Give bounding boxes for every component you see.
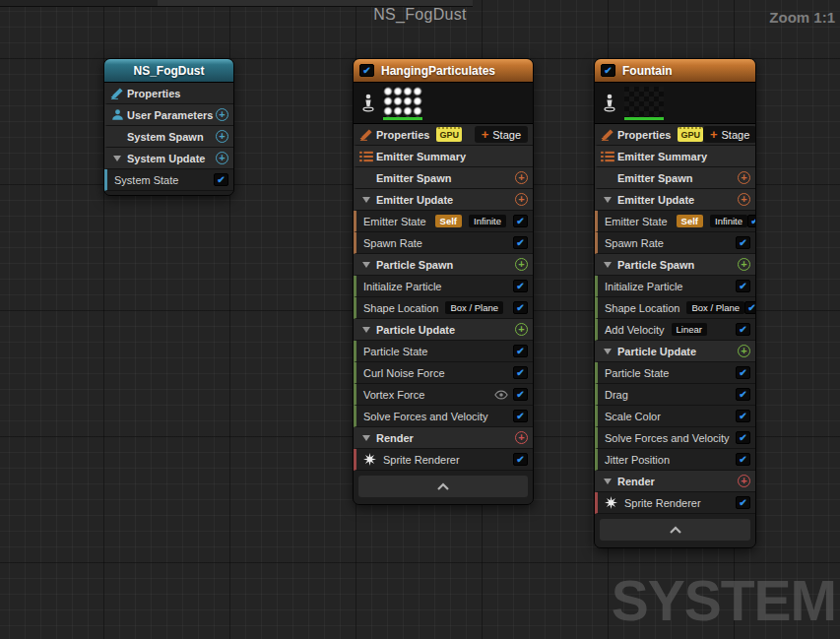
row-shape-location[interactable]: Shape LocationBox / Plane✔ (595, 297, 755, 319)
node-enabled-checkbox[interactable]: ✔ (359, 64, 374, 77)
module-enabled-checkbox[interactable]: ✔ (513, 280, 528, 292)
module-enabled-checkbox[interactable]: ✔ (736, 280, 750, 292)
node-enabled-checkbox[interactable]: ✔ (601, 64, 615, 77)
module-enabled-checkbox[interactable]: ✔ (736, 410, 750, 422)
collapse-triangle-icon[interactable] (356, 327, 376, 333)
row-emitter-spawn[interactable]: Emitter Spawn+ (595, 167, 755, 189)
row-emitter-spawn[interactable]: Emitter Spawn+ (354, 167, 533, 189)
row-particle-state[interactable]: Particle State✔ (595, 362, 755, 384)
row-system-spawn[interactable]: System Spawn+ (104, 126, 233, 148)
collapse-node-button[interactable] (600, 519, 750, 541)
module-enabled-checkbox[interactable]: ✔ (513, 388, 528, 401)
row-emitter-update[interactable]: Emitter Update+ (595, 189, 755, 211)
module-enabled-checkbox[interactable]: ✔ (214, 173, 228, 186)
node-fountain[interactable]: ✔FountainPropertiesGPU+StageEmitter Summ… (594, 58, 756, 548)
row-particle-update[interactable]: Particle Update+ (595, 341, 755, 362)
row-emitter-summary[interactable]: Emitter Summary (595, 146, 755, 167)
add-module-button[interactable]: + (738, 345, 750, 357)
module-enabled-checkbox[interactable]: ✔ (736, 388, 750, 401)
row-emitter-update[interactable]: Emitter Update+ (354, 189, 533, 211)
row-user-parameters[interactable]: User Parameters+ (104, 104, 233, 126)
collapse-triangle-icon[interactable] (598, 479, 617, 484)
add-module-button[interactable]: + (738, 475, 750, 487)
row-sprite-renderer[interactable]: Sprite Renderer✔ (354, 449, 533, 471)
row-particle-update[interactable]: Particle Update+ (354, 319, 533, 341)
module-enabled-checkbox[interactable]: ✔ (736, 366, 750, 379)
row-solve-forces-and-velocity[interactable]: Solve Forces and Velocity✔ (595, 427, 755, 449)
visibility-eye-icon[interactable] (494, 390, 508, 400)
add-module-button[interactable]: + (738, 193, 750, 206)
add-module-button[interactable]: + (515, 171, 528, 184)
row-curl-noise-force[interactable]: Curl Noise Force✔ (354, 362, 533, 384)
row-properties[interactable]: PropertiesGPU+Stage (354, 124, 533, 146)
collapse-triangle-icon[interactable] (356, 197, 376, 203)
add-module-button[interactable]: + (515, 431, 528, 444)
row-particle-state[interactable]: Particle State✔ (354, 341, 533, 362)
gpu-badge: GPU (436, 127, 462, 142)
module-enabled-checkbox[interactable]: ✔ (513, 301, 528, 314)
row-shape-location[interactable]: Shape LocationBox / Plane✔ (354, 297, 533, 319)
thumbnail-preview[interactable] (624, 87, 664, 120)
add-stage-button[interactable]: +Stage (703, 126, 756, 143)
add-module-button[interactable]: + (738, 171, 750, 184)
module-enabled-checkbox[interactable]: ✔ (747, 215, 756, 227)
row-initialize-particle[interactable]: Initialize Particle✔ (354, 276, 533, 297)
row-emitter-state[interactable]: Emitter StateSelfInfinite✔ (354, 211, 533, 232)
row-drag[interactable]: Drag✔ (595, 384, 755, 406)
collapse-triangle-icon[interactable] (356, 262, 376, 268)
row-particle-spawn[interactable]: Particle Spawn+ (595, 254, 755, 276)
module-enabled-checkbox[interactable]: ✔ (736, 453, 750, 466)
module-enabled-checkbox[interactable]: ✔ (736, 431, 750, 444)
row-emitter-state[interactable]: Emitter StateSelfInfinite✔ (595, 211, 755, 232)
module-enabled-checkbox[interactable]: ✔ (513, 215, 528, 227)
row-system-state[interactable]: System State✔ (104, 169, 233, 191)
add-stage-button[interactable]: +Stage (475, 126, 528, 143)
node-header-fountain[interactable]: ✔Fountain (595, 59, 755, 83)
collapse-triangle-icon[interactable] (356, 435, 376, 441)
collapse-triangle-icon[interactable] (598, 197, 617, 203)
module-enabled-checkbox[interactable]: ✔ (513, 345, 528, 357)
add-module-button[interactable]: + (216, 130, 228, 143)
module-enabled-checkbox[interactable]: ✔ (736, 323, 750, 336)
collapse-triangle-icon[interactable] (598, 349, 617, 354)
row-label: Properties (376, 129, 429, 141)
row-scale-color[interactable]: Scale Color✔ (595, 406, 755, 427)
row-particle-spawn[interactable]: Particle Spawn+ (354, 254, 533, 276)
row-initialize-particle[interactable]: Initialize Particle✔ (595, 276, 755, 297)
node-hanging-particulates[interactable]: ✔HangingParticulatesPropertiesGPU+StageE… (353, 58, 534, 505)
row-spawn-rate[interactable]: Spawn Rate✔ (595, 232, 755, 254)
row-properties[interactable]: PropertiesGPU+Stage (595, 124, 755, 146)
row-spawn-rate[interactable]: Spawn Rate✔ (354, 232, 533, 254)
add-module-button[interactable]: + (515, 258, 528, 271)
module-enabled-checkbox[interactable]: ✔ (736, 236, 750, 249)
row-solve-forces-and-velocity[interactable]: Solve Forces and Velocity✔ (354, 406, 533, 427)
add-module-button[interactable]: + (216, 108, 228, 121)
add-module-button[interactable]: + (515, 323, 528, 336)
row-emitter-summary[interactable]: Emitter Summary (354, 146, 533, 167)
node-header-ns-fogdust[interactable]: NS_FogDust (104, 59, 233, 83)
row-vortex-force[interactable]: Vortex Force✔ (354, 384, 533, 406)
module-enabled-checkbox[interactable]: ✔ (744, 301, 756, 314)
module-enabled-checkbox[interactable]: ✔ (513, 453, 528, 466)
row-render[interactable]: Render+ (354, 427, 533, 449)
thumbnail-preview[interactable] (383, 87, 422, 120)
graph-canvas[interactable]: NS_FogDust Zoom 1:1 SYSTEM NS_FogDustPro… (0, 0, 840, 639)
row-jitter-position[interactable]: Jitter Position✔ (595, 449, 755, 471)
collapse-triangle-icon[interactable] (598, 262, 617, 268)
add-module-button[interactable]: + (216, 152, 228, 164)
add-module-button[interactable]: + (515, 193, 528, 206)
node-ns-fogdust[interactable]: NS_FogDustPropertiesUser Parameters+Syst… (103, 58, 234, 196)
row-render[interactable]: Render+ (595, 471, 755, 492)
add-module-button[interactable]: + (738, 258, 750, 271)
row-sprite-renderer[interactable]: Sprite Renderer✔ (595, 492, 755, 514)
row-system-update[interactable]: System Update+ (104, 148, 233, 169)
collapse-node-button[interactable] (358, 476, 528, 497)
module-enabled-checkbox[interactable]: ✔ (513, 366, 528, 379)
module-enabled-checkbox[interactable]: ✔ (513, 410, 528, 422)
collapse-triangle-icon[interactable] (107, 156, 127, 161)
node-header-hanging-particulates[interactable]: ✔HangingParticulates (354, 59, 533, 83)
row-properties[interactable]: Properties (104, 83, 233, 104)
module-enabled-checkbox[interactable]: ✔ (736, 496, 750, 509)
row-add-velocity[interactable]: Add VelocityLinear✔ (595, 319, 755, 341)
module-enabled-checkbox[interactable]: ✔ (513, 236, 528, 249)
